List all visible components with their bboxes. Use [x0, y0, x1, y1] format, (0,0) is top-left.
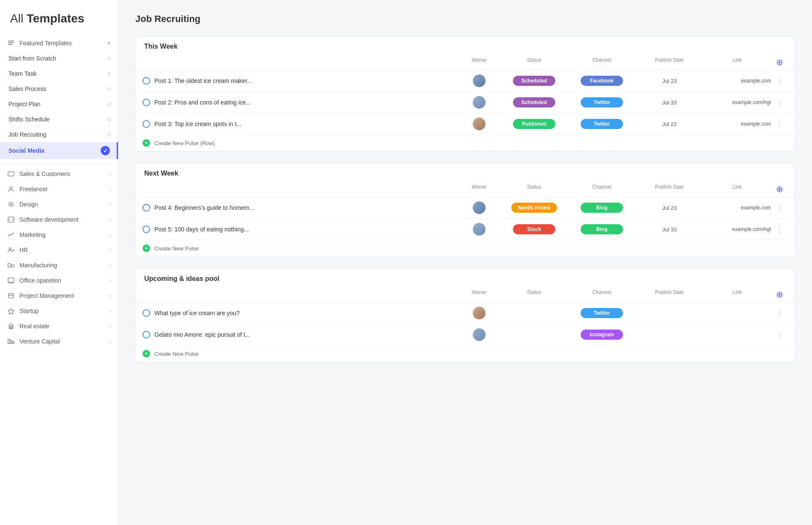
page-title: Job Recruiting	[135, 14, 795, 25]
col-publish-date: Publish Date	[636, 184, 703, 194]
sidebar-divider	[0, 163, 118, 164]
row-status[interactable]: Scheduled	[500, 76, 568, 86]
sidebar-item-office-operation[interactable]: Office oparetion ›	[0, 273, 118, 288]
row-channel[interactable]: Blog	[568, 203, 636, 213]
row-channel[interactable]: Twitter	[568, 119, 636, 129]
create-pulse-label: Create New Pulse (Row)	[154, 140, 215, 146]
col-link: Link	[703, 57, 771, 67]
row-status[interactable]: Stuck	[500, 224, 568, 234]
sidebar-item-label: Start from Scratch	[8, 55, 104, 62]
avatar	[473, 307, 486, 319]
plus-icon: +	[143, 139, 150, 147]
col-link: Link	[703, 289, 771, 300]
sidebar-item-shifts-schedule[interactable]: Shifts Schedule ○	[0, 112, 118, 127]
sidebar-item-manufacturing[interactable]: Manufacturing ›	[0, 258, 118, 273]
sidebar: All Templates Featured Templates ▼ Start…	[0, 0, 118, 525]
row-status[interactable]: Published	[500, 119, 568, 129]
sidebar-item-job-recruiting[interactable]: Job Recruiting ○	[0, 127, 118, 142]
sidebar-item-hr[interactable]: HR ›	[0, 242, 118, 258]
featured-chevron-icon: ▼	[106, 40, 111, 46]
sidebar-item-marketing[interactable]: Marketing ›	[0, 227, 118, 242]
sidebar-item-sales-process[interactable]: Sales Process ○	[0, 81, 118, 96]
more-options-btn[interactable]: ⋮	[771, 76, 788, 85]
section-next-week: Next Week Woner Status Channel Publish D…	[135, 163, 795, 257]
more-options-btn[interactable]: ⋮	[771, 330, 788, 339]
sidebar-item-start-from-scratch[interactable]: Start from Scratch ○	[0, 51, 118, 66]
row-channel[interactable]: Facebook	[568, 76, 636, 86]
svg-rect-17	[8, 339, 10, 344]
sidebar-item-team-task[interactable]: Team Task ○	[0, 66, 118, 81]
create-pulse-row[interactable]: + Create New Pulse	[136, 240, 795, 256]
more-options-btn[interactable]: ⋮	[771, 308, 788, 318]
row-date: Jul 23	[636, 205, 703, 211]
plus-icon: +	[143, 245, 150, 252]
check-icon: ○	[107, 85, 111, 93]
table-row: Post 4: Beginners's guide to homem... Ne…	[136, 197, 795, 219]
sidebar-item-label: Job Recruiting	[8, 131, 104, 138]
featured-templates-label: Featured Templates	[19, 40, 102, 47]
project-management-icon	[7, 291, 15, 300]
manufacturing-icon	[7, 261, 15, 269]
channel-badge: Instagram	[581, 330, 623, 340]
add-row-btn[interactable]: ⊕	[771, 289, 788, 300]
more-options-btn[interactable]: ⋮	[771, 203, 788, 212]
col-channel: Channel	[568, 289, 636, 300]
sidebar-item-project-management[interactable]: Project Management ›	[0, 288, 118, 303]
section-this-week: This Week Woner Status Channel Publish D…	[135, 36, 795, 151]
create-pulse-row[interactable]: + Create New Pulse (Row)	[136, 135, 795, 151]
column-headers: Woner Status Channel Publish Date Link ⊕	[136, 286, 795, 302]
row-channel[interactable]: Twitter	[568, 308, 636, 318]
chevron-right-icon: ›	[110, 232, 111, 238]
more-options-btn[interactable]: ⋮	[771, 119, 788, 129]
freelancer-icon	[7, 185, 15, 193]
create-pulse-label: Create New Pulse	[154, 351, 199, 357]
sidebar-item-software-development[interactable]: Software development ›	[0, 212, 118, 227]
sidebar-item-design[interactable]: Design ›	[0, 197, 118, 212]
row-status[interactable]: Needs review	[500, 203, 568, 213]
table-row: Gelato mio Amore: epic pursuit of t... I…	[136, 324, 795, 346]
row-title: Post 4: Beginners's guide to homem...	[143, 204, 458, 212]
real-estate-icon	[7, 322, 15, 330]
active-check-icon: ✓	[101, 146, 110, 155]
row-channel[interactable]: Instagram	[568, 330, 636, 340]
sidebar-item-project-plan[interactable]: Project Plan ○	[0, 96, 118, 112]
row-status[interactable]: Scheduled	[500, 97, 568, 107]
title-prefix: All	[10, 12, 23, 25]
channel-badge: Twitter	[581, 97, 623, 107]
chevron-right-icon: ›	[110, 308, 111, 314]
more-options-btn[interactable]: ⋮	[771, 98, 788, 107]
sidebar-item-freelancer[interactable]: Freelancer ›	[0, 181, 118, 197]
more-options-btn[interactable]: ⋮	[771, 225, 788, 234]
sidebar-item-social-media[interactable]: Social Media ✓	[0, 142, 118, 159]
chevron-right-icon: ›	[110, 262, 111, 268]
row-circle-icon	[143, 331, 150, 338]
check-icon: ○	[107, 115, 111, 123]
channel-badge: Twitter	[581, 308, 623, 318]
row-text: Gelato mio Amore: epic pursuit of t...	[154, 331, 250, 338]
sidebar-item-label: Shifts Schedule	[8, 116, 104, 123]
svg-rect-9	[8, 264, 11, 267]
check-icon: ○	[107, 131, 111, 138]
category-label: Project Management	[19, 292, 105, 299]
row-channel[interactable]: Twitter	[568, 97, 636, 107]
row-text: What type of ice cream are you?	[154, 310, 240, 316]
svg-point-8	[9, 248, 11, 250]
add-row-btn[interactable]: ⊕	[771, 184, 788, 194]
row-link: example.com	[703, 205, 771, 211]
row-channel[interactable]: Blog	[568, 224, 636, 234]
create-pulse-row[interactable]: + Create New Pulse	[136, 346, 795, 362]
table-row: Post 2: Pros and cons of eating ice... S…	[136, 92, 795, 113]
sidebar-item-real-estate[interactable]: Real estate ›	[0, 319, 118, 334]
featured-templates-header[interactable]: Featured Templates ▼	[0, 36, 118, 51]
svg-rect-19	[12, 341, 14, 344]
hr-icon	[7, 246, 15, 254]
sidebar-item-startup[interactable]: Startup ›	[0, 303, 118, 319]
sidebar-item-sales-customers[interactable]: Sales & Customers ›	[0, 166, 118, 181]
row-title: Gelato mio Amore: epic pursuit of t...	[143, 331, 458, 338]
row-title: What type of ice cream are you?	[143, 309, 458, 317]
add-row-btn[interactable]: ⊕	[771, 57, 788, 67]
column-headers: Woner Status Channel Publish Date Link ⊕	[136, 54, 795, 70]
row-text: Post 4: Beginners's guide to homem...	[154, 204, 254, 211]
table-row: What type of ice cream are you? Twitter …	[136, 302, 795, 324]
sidebar-item-venture-capital[interactable]: Venture Capital ›	[0, 334, 118, 349]
